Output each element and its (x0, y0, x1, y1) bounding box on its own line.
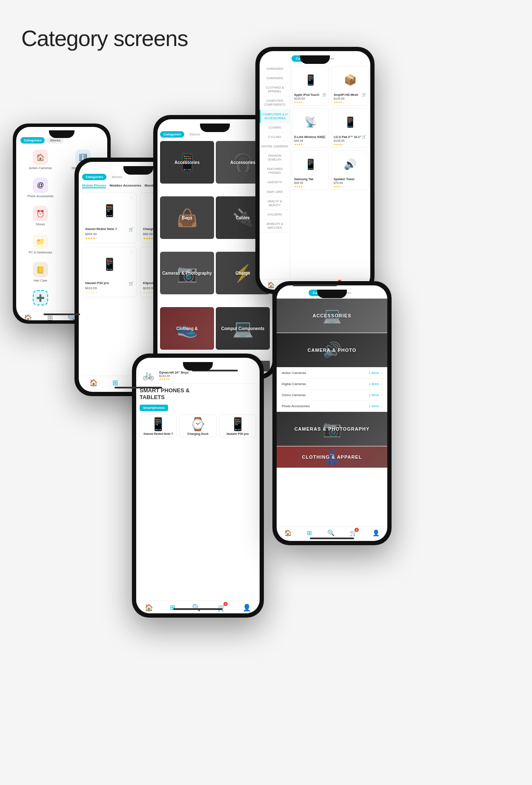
cat-tile-bags[interactable]: 👜 Bags (160, 196, 214, 239)
phone-1-tab-categories[interactable]: Categories (20, 137, 45, 144)
phone-2-home-bar (114, 387, 162, 388)
nav-home-icon[interactable]: 🏠 (284, 529, 292, 536)
phone-5-content: 🚲 Dynacraft 24" Boys' $143.99 ★★★★★ SMAR… (136, 358, 260, 601)
wishlist-icon[interactable]: ♡ (363, 110, 366, 115)
sidebar-health-beauty[interactable]: HEALTH & BEAUTY (260, 197, 290, 210)
wishlist-icon[interactable]: ♡ (323, 68, 327, 72)
product-ipod-touch[interactable]: ♡ 📱 Apple iPod Touch $199.00 ★★★★☆ 🛒 (292, 66, 329, 106)
nav-home-icon[interactable]: 🏠 (24, 314, 32, 320)
wishlist-icon[interactable]: ♡ (130, 196, 134, 200)
wishlist-icon[interactable]: ♡ (363, 152, 366, 157)
wishlist-icon[interactable]: ♡ (323, 110, 327, 115)
wishlist-icon[interactable]: ♡ (363, 68, 366, 72)
sidebar-chargers-1[interactable]: CHARGERS (260, 64, 290, 74)
phone-2-tab-stores[interactable]: Stores (108, 174, 126, 180)
product-image: 📡 (294, 110, 327, 134)
nav-cart-icon[interactable]: 🛒2 (350, 529, 357, 536)
add-to-cart-icon[interactable]: 🛒 (362, 92, 366, 97)
add-to-cart-icon[interactable]: 🛒 (362, 135, 366, 139)
phone-2-cat-mobile[interactable]: Mobile Phones (82, 184, 106, 188)
product-dlink-n300[interactable]: ♡ 📡 D-Link Wireless N300 $49.99 ★★★★☆ 🛒 (292, 108, 329, 148)
sidebar-hair-care[interactable]: HAIR CARE (260, 187, 290, 197)
sidebar-cycling[interactable]: CYCLING (260, 132, 290, 142)
icon-photo-accessories[interactable]: @ Photo Accessories (20, 175, 60, 201)
product-image: 📱 (85, 196, 134, 225)
wishlist-icon[interactable]: ♡ (130, 250, 134, 254)
product-row-dynacraft[interactable]: 🚲 Dynacraft 24" Boys' $143.99 ★★★★★ (140, 370, 256, 384)
phone-3-tabs: Categories Stores (160, 131, 270, 138)
cat-tile-cameras[interactable]: 📷 Cameras & Photography (160, 252, 214, 294)
phone-4-notch (300, 55, 330, 64)
nav-search-icon[interactable]: 🔍 (192, 604, 200, 612)
add-to-cart-icon[interactable]: 🛒 (129, 227, 134, 232)
sidebar-clothing[interactable]: CLOTHING & APPAREL (260, 83, 290, 96)
phone-2-tab-categories[interactable]: Categories (82, 174, 106, 180)
nav-profile-icon[interactable]: 👤 (372, 529, 380, 536)
sub-item-digital-cameras[interactable]: Digital Cameras 1 items › (277, 379, 387, 390)
product-samsung-tab[interactable]: ♡ 📱 Samsung Tab $99.99 ★★★★☆ (292, 150, 329, 190)
cat-tile-computer[interactable]: 💻 Comput Components (216, 307, 270, 350)
sub-item-photo-accessories[interactable]: Photo Accessories 1 items › (277, 401, 387, 412)
banner-camera-photo[interactable]: 🔊 CAMERA & PHOTO (277, 333, 387, 367)
sub-item-name: Digital Cameras (282, 382, 306, 386)
banner-clothing-apparel[interactable]: 👗 CLOTHING & APPAREL (277, 446, 387, 468)
sidebar-holders[interactable]: HOLDERS (260, 210, 290, 219)
sidebar-computer-components[interactable]: COMPUTER COMPONENTS (260, 96, 290, 109)
product-price: $49.99 (294, 139, 327, 142)
banner-label: ACCESSORIES (312, 313, 351, 318)
sidebar-covers[interactable]: COVERS (260, 123, 290, 132)
sidebar-computers-it[interactable]: COMPUTERS & IT ACCESSORIES (260, 110, 290, 123)
product-xiaomi-redmi[interactable]: ♡ 📱 Xiaomi Redmi Note 7 $699.99 ★★★★☆ 🛒 (82, 193, 137, 243)
icon-add[interactable]: ➕ (20, 288, 60, 309)
banner-cameras-photography[interactable]: 📷 CAMERAS & PHOTOGRAPHY (277, 412, 387, 446)
phone-3-tab-categories[interactable]: Categories (160, 131, 184, 138)
product-amplifi-mesh[interactable]: ♡ 📦 AmpliFi HD Mesh $149.99 ★★★★☆ 🛒 (332, 66, 369, 106)
icon-shoes[interactable]: ⏰ Shoes (20, 203, 60, 229)
phone-3-tab-stores[interactable]: Stores (186, 131, 203, 138)
add-to-cart-icon[interactable]: 🛒 (322, 92, 327, 97)
nav-grid-icon[interactable]: ⊞ (112, 379, 118, 387)
add-to-cart-icon[interactable]: 🛒 (322, 135, 327, 139)
wishlist-icon[interactable]: ♡ (323, 152, 327, 157)
nav-search-icon[interactable]: 🔍 (327, 529, 335, 536)
smartphone-tag[interactable]: Smartphones (140, 405, 168, 411)
icon-action-cameras[interactable]: 🏠 Action Cameras (20, 147, 60, 173)
icon-hair-care[interactable]: 📒 Hair Care (20, 259, 60, 285)
nav-profile-icon[interactable]: 👤 (243, 604, 251, 612)
product-stars: ★★★☆☆ (334, 185, 366, 188)
sidebar-fashion[interactable]: FASHION JEWELRY (260, 151, 290, 164)
grid-product-xiaomi[interactable]: 📱 Xiaomi Redmi Note 7 (140, 414, 177, 437)
sub-item-count: 1 items (369, 371, 379, 375)
product-info: Dynacraft 24" Boys' $143.99 ★★★★★ (159, 371, 256, 380)
grid-product-huawei[interactable]: 📱 Huawei P30 pro (219, 414, 256, 437)
phone-2-cat-accessories[interactable]: Mobiles Accesories (109, 184, 141, 188)
product-price: $199.00 (294, 97, 327, 100)
sub-item-action-cameras[interactable]: Action Cameras 1 items › (277, 368, 387, 379)
phone-1-tab-stores[interactable]: Stores (46, 137, 64, 144)
sidebar-gadgets[interactable]: GADGETS (260, 178, 290, 187)
grid-product-charging[interactable]: ⌚ Charging Dock (179, 414, 216, 437)
phone-3-category-grid: 📱 Accessories 🎧 Accessories 👜 Bags 🔌 Ca (160, 141, 270, 361)
nav-cart-icon[interactable]: 🛒2 (217, 604, 226, 612)
nav-home-icon[interactable]: 🏠 (89, 379, 98, 387)
nav-home-icon[interactable]: 🏠 (145, 604, 153, 612)
sidebar-chargers-2[interactable]: CHARGERS (260, 74, 290, 83)
cat-tile-accessories-1[interactable]: 📱 Accessories (160, 141, 214, 184)
section-title-smartphones: SMART PHONES &TABLETS (140, 387, 256, 400)
cat-tile-clothing[interactable]: 👟 Clothing & (160, 307, 214, 350)
phone-1-tabs: Categories Stores (19, 137, 105, 144)
product-lg-gpad[interactable]: ♡ 📱 LG G Pad X™ 10.1" $139.99 ★★★★☆ 🛒 (332, 108, 369, 148)
nav-grid-icon[interactable]: ⊞ (170, 604, 175, 612)
add-to-cart-icon[interactable]: 🛒 (129, 281, 134, 286)
icon-pc-notebooks[interactable]: 📁 PC & Notebooks (20, 231, 60, 257)
sidebar-featured-phones[interactable]: FEATURED PHONES (260, 164, 290, 178)
banner-accessories[interactable]: 💻 ACCESSORIES (277, 299, 387, 333)
product-speaker[interactable]: ♡ 🔊 Speaker Tower $79.99 ★★★☆☆ (332, 150, 369, 190)
nav-home-icon[interactable]: 🏠 (267, 282, 275, 288)
sub-item-osmo-cameras[interactable]: Osmo Cameras 1 items › (277, 390, 387, 401)
sidebar-jewelry[interactable]: JEWELRY & WATCHES (260, 219, 290, 233)
product-price: $139.99 (334, 139, 366, 142)
product-hauwei-p30[interactable]: ♡ 📱 Hauwei P30 pro $619.99 ☆☆☆☆☆ 🛒 (82, 247, 137, 297)
nav-grid-icon[interactable]: ⊞ (307, 529, 312, 536)
sidebar-digital-cameras[interactable]: DIGITAL CAMERAS (260, 142, 290, 151)
